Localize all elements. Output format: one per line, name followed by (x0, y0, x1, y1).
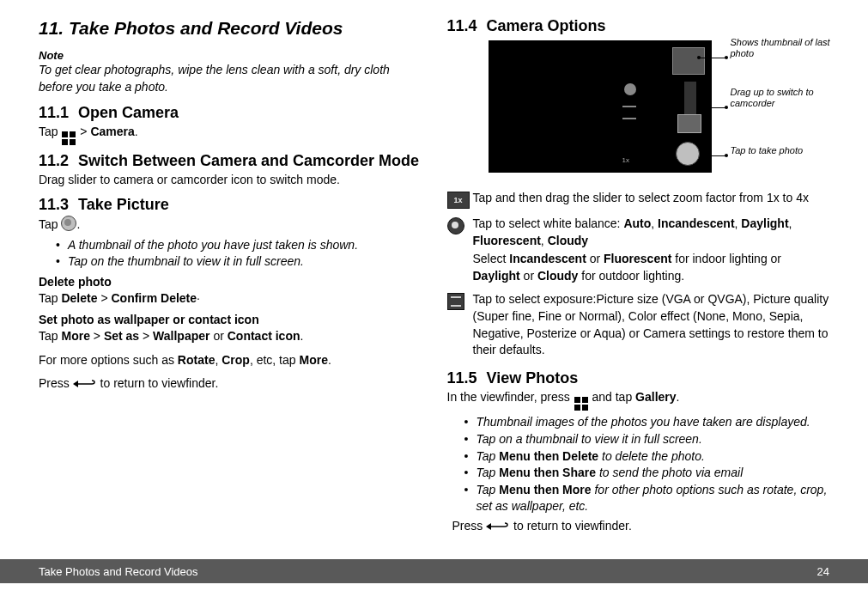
back-icon (486, 520, 510, 537)
wb-desc: Tap to select white balance: Auto, Incan… (473, 212, 830, 288)
apps-grid-icon (62, 131, 76, 145)
left-column: 11. Take Photos and Record Videos Note T… (39, 17, 422, 539)
list-item: Tap on the thumbnail to view it in full … (56, 253, 422, 270)
white-balance-icon (447, 217, 464, 234)
section-11-4-heading: 11.4 Camera Options (447, 17, 830, 35)
camera-screenshot: 1x (489, 40, 712, 173)
set-as-heading: Set photo as wallpaper or contact icon (39, 313, 422, 326)
footer-title: Take Photos and Record Videos (39, 565, 198, 578)
list-item: Tap Menu then Delete to delete the photo… (464, 448, 830, 465)
section-num: 11.1 (39, 104, 78, 122)
list-item: Thumbnail images of the photos you have … (464, 414, 830, 430)
callout-line (704, 155, 726, 156)
section-title: Open Camera (78, 104, 179, 122)
note-label: Note (39, 49, 422, 62)
chapter-title: 11. Take Photos and Record Videos (39, 17, 422, 39)
callout-line (699, 58, 726, 58)
delete-photo-heading: Delete photo (39, 275, 422, 289)
section-11-2-body: Drag slider to camera or camcorder icon … (39, 172, 422, 189)
note-body: To get clear photographs, wipe the lens … (39, 62, 422, 95)
camera-wb-icon (624, 83, 636, 95)
camera-figure: 1x Shows thumbnail of last photo Drag up… (489, 40, 830, 178)
open-camera-line: Tap > Camera. (39, 124, 422, 145)
view-photos-line: In the viewfinder, press and tap Gallery… (447, 389, 830, 411)
take-picture-bullets: A thumbnail of the photo you have just t… (56, 237, 422, 271)
table-row: Tap to select white balance: Auto, Incan… (447, 212, 830, 288)
section-title: Take Picture (78, 196, 169, 214)
section-num: 11.2 (39, 152, 78, 170)
list-item: Tap on a thumbnail to view it in full sc… (464, 431, 830, 448)
chapter-number: 11. (39, 18, 64, 38)
shutter-icon (61, 216, 76, 231)
settings-desc: Tap to select exposure:Picture size (VGA… (473, 288, 830, 362)
back-icon (73, 377, 97, 394)
list-item: Tap Menu then More for other photo optio… (464, 482, 830, 515)
take-picture-tap: Tap . (39, 216, 422, 234)
camera-mode-handle-icon (677, 114, 701, 133)
section-title: Camera Options (487, 17, 606, 35)
section-11-2-heading: 11.2 Switch Between Camera and Camcorder… (39, 152, 422, 170)
section-11-1-heading: 11.1 Open Camera (39, 104, 422, 122)
zoom-desc: Tap and then drag the slider to select z… (473, 186, 830, 212)
callout-tap: Tap to take photo (731, 145, 834, 156)
callout-drag: Drag up to switch to camcorder (731, 87, 834, 109)
page-footer: Take Photos and Record Videos 24 (0, 559, 868, 583)
camera-thumbnail-icon (672, 47, 705, 75)
more-options-line: For more options such as Rotate, Crop, e… (39, 352, 422, 369)
set-as-line: Tap More > Set as > Wallpaper or Contact… (39, 328, 422, 345)
section-11-5-heading: 11.5 View Photos (447, 369, 830, 387)
camera-shutter-icon (676, 142, 700, 166)
footer-page-number: 24 (817, 565, 829, 578)
table-row: 1x Tap and then drag the slider to selec… (447, 186, 830, 212)
section-num: 11.4 (447, 17, 487, 35)
list-item: A thumbnail of the photo you have just t… (56, 237, 422, 253)
section-11-3-heading: 11.3 Take Picture (39, 196, 422, 214)
section-title: View Photos (487, 369, 579, 387)
chapter-name: Take Photos and Record Videos (69, 18, 343, 38)
section-title: Switch Between Camera and Camcorder Mode (78, 152, 419, 170)
settings-icon (447, 293, 464, 310)
return-viewfinder-line: Press to return to viewfinder. (39, 375, 422, 394)
callout-thumbnail: Shows thumbnail of last photo (731, 37, 834, 59)
return-viewfinder-line-2: Press to return to viewfinder. (452, 518, 830, 537)
right-column: 11.4 Camera Options 1x Shows thumbnail o… (447, 17, 830, 539)
table-row: Tap to select exposure:Picture size (VGA… (447, 288, 830, 362)
camera-options-table: 1x Tap and then drag the slider to selec… (447, 186, 830, 362)
list-item: Tap Menu then Share to send the photo vi… (464, 465, 830, 481)
camera-zoom-label: 1x (622, 156, 629, 164)
zoom-icon: 1x (447, 192, 470, 209)
section-num: 11.3 (39, 196, 78, 214)
callout-line (704, 107, 726, 108)
camera-settings-icon (622, 106, 636, 119)
view-photos-bullets: Thumbnail images of the photos you have … (464, 414, 830, 515)
section-num: 11.5 (447, 369, 487, 387)
delete-photo-line: Tap Delete > Confirm Delete· (39, 290, 422, 308)
apps-grid-icon (574, 397, 588, 411)
